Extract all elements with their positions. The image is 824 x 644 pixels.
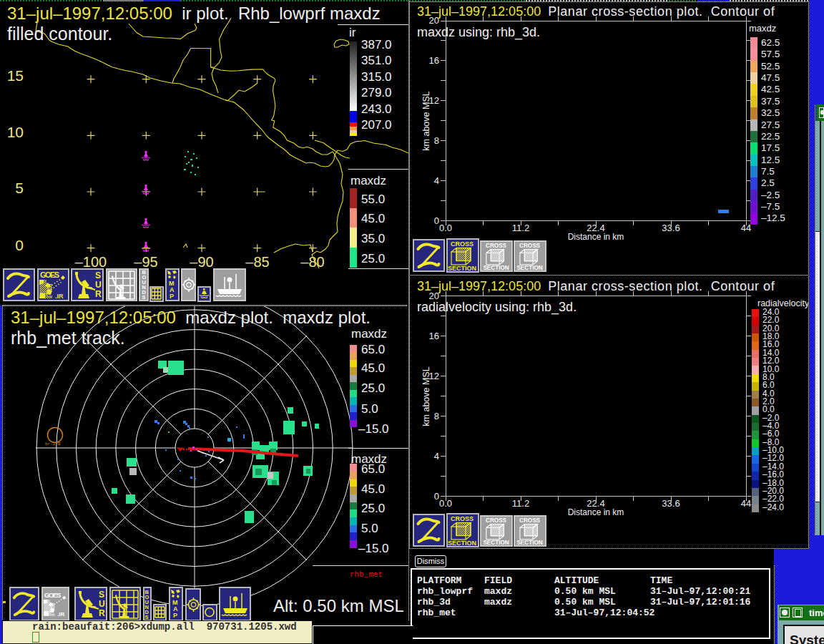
svg-text:11.2: 11.2 bbox=[512, 498, 529, 509]
svg-text:SECTION: SECTION bbox=[483, 540, 509, 545]
svg-text:U: U bbox=[99, 599, 105, 609]
svg-text:CROSS: CROSS bbox=[451, 240, 474, 248]
svg-text:SECTION: SECTION bbox=[483, 265, 509, 270]
svg-text:CROSS: CROSS bbox=[486, 517, 507, 524]
svg-text:CROSS: CROSS bbox=[519, 243, 541, 249]
svg-text:b<-2-B: b<-2-B bbox=[45, 441, 61, 447]
svg-text:R: R bbox=[99, 608, 105, 618]
svg-text:GOES: GOES bbox=[44, 591, 62, 599]
svg-text:.IR: .IR bbox=[55, 293, 64, 300]
svg-text:.IR: .IR bbox=[57, 611, 64, 618]
svg-text:CROSS: CROSS bbox=[486, 243, 507, 249]
svg-text:km above MSL: km above MSL bbox=[421, 366, 431, 426]
svg-text:CROSS: CROSS bbox=[451, 515, 474, 522]
svg-text:16: 16 bbox=[429, 331, 439, 341]
svg-text:11.2: 11.2 bbox=[512, 223, 529, 233]
svg-text:R: R bbox=[95, 289, 102, 299]
svg-text:4: 4 bbox=[434, 451, 439, 462]
svg-text:44: 44 bbox=[741, 498, 751, 509]
svg-text:U: U bbox=[95, 280, 102, 290]
svg-text:33.6: 33.6 bbox=[662, 223, 680, 233]
svg-text:0: 0 bbox=[434, 491, 439, 502]
svg-text:8: 8 bbox=[434, 411, 439, 421]
svg-text:SECTION: SECTION bbox=[516, 540, 542, 545]
svg-text:SECTION: SECTION bbox=[448, 265, 476, 271]
svg-text:GOES: GOES bbox=[40, 270, 59, 279]
svg-text:0: 0 bbox=[434, 215, 439, 226]
svg-text:SECTION: SECTION bbox=[516, 265, 542, 270]
svg-text:S: S bbox=[95, 270, 101, 280]
svg-text:S: S bbox=[99, 590, 104, 600]
svg-text:P: P bbox=[170, 293, 174, 300]
svg-text:Distance in km: Distance in km bbox=[568, 507, 624, 517]
svg-text:4: 4 bbox=[434, 175, 439, 186]
svg-text:P: P bbox=[173, 612, 177, 619]
svg-text:0.0: 0.0 bbox=[439, 498, 452, 509]
svg-text:8: 8 bbox=[434, 135, 439, 146]
svg-text:0.0: 0.0 bbox=[439, 223, 452, 233]
svg-text:16: 16 bbox=[429, 55, 439, 66]
svg-text:km above MSL: km above MSL bbox=[421, 91, 431, 150]
svg-text:SECTION: SECTION bbox=[448, 540, 476, 546]
svg-text:Distance in km: Distance in km bbox=[568, 232, 624, 242]
svg-text:33.6: 33.6 bbox=[662, 498, 680, 509]
svg-text:20: 20 bbox=[429, 15, 439, 26]
svg-text:CROSS: CROSS bbox=[519, 517, 541, 524]
svg-text:20: 20 bbox=[429, 291, 439, 301]
